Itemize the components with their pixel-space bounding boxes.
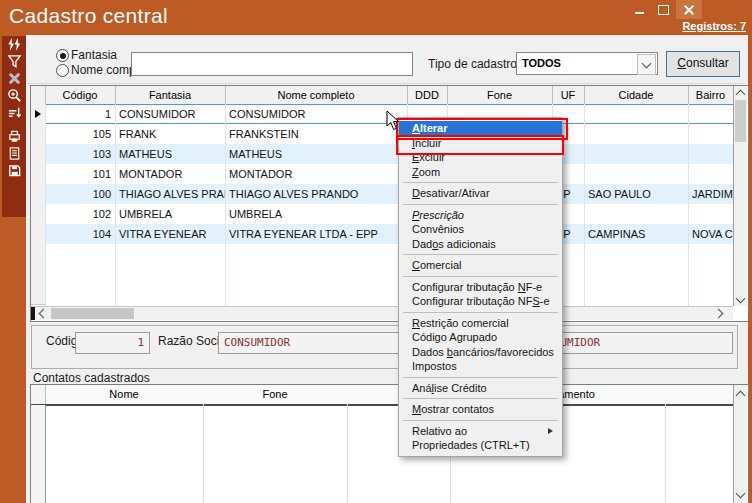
cell-nome: MATHEUS: [225, 144, 407, 164]
scroll-left-button[interactable]: [35, 307, 49, 320]
contacts-vertical-scrollbar[interactable]: [733, 385, 747, 503]
grid-header-uf[interactable]: UF: [552, 86, 585, 104]
row-selector: [31, 425, 46, 446]
grid-header-nome[interactable]: Nome completo: [225, 86, 408, 104]
row-selector: [31, 144, 46, 165]
row-selector: [31, 204, 46, 225]
codigo-field[interactable]: 1: [75, 332, 150, 354]
table-row[interactable]: 101 MONTADOR MONTADOR: [31, 164, 733, 184]
menu-item-comercial[interactable]: Comercial: [399, 258, 562, 273]
chevron-up-icon: [736, 390, 746, 400]
chevron-down-icon: [642, 59, 652, 69]
table-row[interactable]: 104 VITRA EYENEAR VITRA EYENEAR LTDA - E…: [31, 224, 733, 244]
filter-icon[interactable]: [2, 53, 26, 70]
menu-separator: [399, 201, 562, 208]
cancel-icon[interactable]: [2, 70, 26, 87]
report-icon[interactable]: [2, 145, 26, 162]
scroll-right-button[interactable]: [712, 307, 726, 320]
row-selector: [31, 485, 46, 503]
cell-bairro: NOVA C: [688, 224, 737, 244]
cell-fantasia: MONTADOR: [115, 164, 225, 184]
radio-nome-completo[interactable]: [56, 64, 69, 77]
menu-item-zoom[interactable]: Zoom: [399, 165, 562, 180]
chevron-up-icon: [736, 89, 746, 99]
menu-item-mostrar-contatos[interactable]: Mostrar contatos: [399, 402, 562, 417]
chevron-down-icon: [736, 489, 746, 499]
tipo-cadastro-select[interactable]: TODOS: [516, 52, 658, 75]
cell-nome: UMBRELA: [225, 204, 407, 224]
scroll-down-button[interactable]: [734, 293, 747, 306]
cell-nome: MONTADOR: [225, 164, 407, 184]
grid-selector-header: [31, 86, 46, 104]
menu-item-config-tributacao-nfse[interactable]: Configurar tributação NFS-e: [399, 294, 562, 309]
menu-item-relativo-ao[interactable]: Relativo ao: [399, 424, 562, 439]
cell-cidade: SAO PAULO: [584, 184, 688, 204]
grid-horizontal-scrollbar[interactable]: [31, 306, 733, 320]
maximize-button[interactable]: [652, 0, 674, 19]
row-selector: [31, 164, 46, 185]
menu-item-config-tributacao-nfe[interactable]: Configurar tributação NF-e: [399, 280, 562, 295]
menu-item-dados-adicionais[interactable]: Dados adicionais: [399, 237, 562, 252]
table-row[interactable]: 105 FRANK FRANKSTEIN: [31, 124, 733, 144]
print-icon[interactable]: [2, 128, 26, 145]
grid-header-bairro[interactable]: Bairro: [688, 86, 733, 104]
radio-fantasia[interactable]: [56, 49, 69, 62]
close-button[interactable]: [676, 0, 702, 19]
chevron-down-icon: [736, 294, 746, 304]
menu-item-prescricao[interactable]: Prescrição: [399, 208, 562, 223]
contacts-header-nome[interactable]: Nome: [45, 385, 203, 404]
scrollbar-thumb[interactable]: [735, 100, 746, 142]
menu-item-dados-bancarios[interactable]: Dados bancários/favorecidos: [399, 345, 562, 360]
grid-header-row: Código Fantasia Nome completo DDD Fone U…: [31, 86, 733, 105]
cell-cidade: [584, 124, 688, 144]
side-toolbar: [2, 36, 26, 217]
grid-header-ddd[interactable]: DDD: [407, 86, 448, 104]
table-row[interactable]: 1 CONSUMIDOR CONSUMIDOR: [31, 104, 733, 124]
chevron-right-icon: [713, 309, 723, 319]
search-input[interactable]: [131, 52, 413, 76]
menu-item-desativar-ativar[interactable]: Desativar/Ativar: [399, 186, 562, 201]
scroll-down-button[interactable]: [734, 488, 747, 501]
cell-codigo: 102: [45, 204, 115, 224]
grid-header-cidade[interactable]: Cidade: [584, 86, 689, 104]
grid-vertical-scrollbar[interactable]: [733, 86, 747, 306]
grid-column-line: [584, 104, 585, 306]
scroll-up-button[interactable]: [734, 86, 747, 99]
refresh-icon[interactable]: [2, 36, 26, 53]
save-icon[interactable]: [2, 162, 26, 179]
app-window: Cadastro central Registros: 7: [0, 0, 752, 503]
current-row-arrow: [35, 110, 41, 118]
registros-link[interactable]: Registros: 7: [682, 20, 746, 32]
scrollbar-thumb[interactable]: [51, 308, 134, 319]
menu-item-propriedades[interactable]: Propriedades (CTRL+T): [399, 438, 562, 453]
menu-item-codigo-agrupado[interactable]: Código Agrupado: [399, 330, 562, 345]
zoom-icon[interactable]: [2, 87, 26, 104]
grid-header-fone[interactable]: Fone: [447, 86, 553, 104]
menu-item-restricao-comercial[interactable]: Restrição comercial: [399, 316, 562, 331]
tipo-cadastro-label: Tipo de cadastro: [428, 57, 517, 71]
grid-header-codigo[interactable]: Código: [45, 86, 116, 104]
minimize-button[interactable]: [628, 0, 650, 19]
cell-nome: FRANKSTEIN: [225, 124, 407, 144]
cell-bairro: [688, 144, 737, 164]
cell-nome: VITRA EYENEAR LTDA - EPP: [225, 224, 407, 244]
menu-item-analise-credito[interactable]: Análise Crédito: [399, 381, 562, 396]
table-row[interactable]: 100 THIAGO ALVES PRANDO THIAGO ALVES PRA…: [31, 184, 733, 204]
scroll-up-button[interactable]: [734, 387, 747, 400]
grid-header-fantasia[interactable]: Fantasia: [115, 86, 226, 104]
cell-codigo: 100: [45, 184, 115, 204]
table-row[interactable]: 103 MATHEUS MATHEUS: [31, 144, 733, 164]
row-selector: [31, 465, 46, 486]
contacts-header-row: Nome Fone Departamento: [31, 385, 733, 406]
sort-icon[interactable]: [2, 104, 26, 121]
menu-item-convenios[interactable]: Convênios: [399, 222, 562, 237]
contacts-header-fone[interactable]: Fone: [203, 385, 347, 404]
cell-fantasia: THIAGO ALVES PRANDO: [115, 184, 225, 204]
cell-bairro: [688, 124, 737, 144]
combo-dropdown-button[interactable]: [637, 54, 656, 75]
menu-item-impostos[interactable]: Impostos: [399, 359, 562, 374]
cell-cidade: [584, 204, 688, 224]
cell-codigo: 103: [45, 144, 115, 164]
table-row[interactable]: 102 UMBRELA UMBRELA: [31, 204, 733, 224]
consultar-button[interactable]: Consultar: [666, 51, 740, 77]
